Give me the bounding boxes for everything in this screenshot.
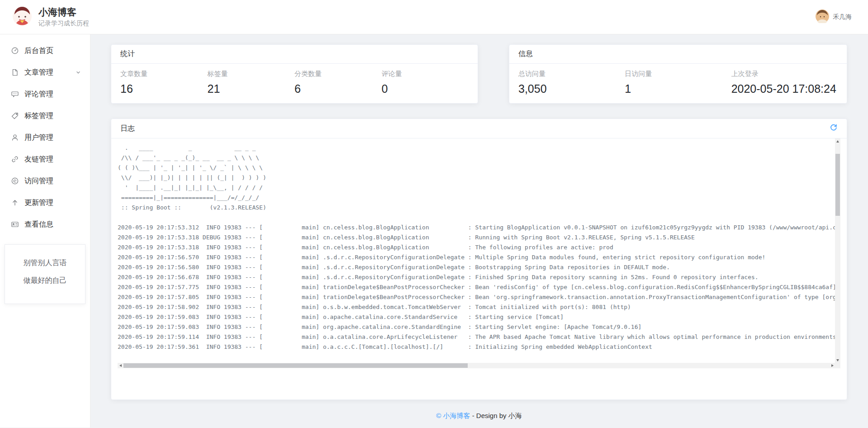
scroll-left-button[interactable] [118, 363, 123, 368]
info-card: 信息 总访问量 3,050 日访问量 1 上次登录 2020-05-20 17:… [509, 44, 847, 104]
stat-label: 总访问量 [518, 70, 625, 78]
vertical-scroll-thumb[interactable] [835, 154, 840, 216]
document-icon [11, 68, 19, 76]
sidebar-item-label: 文章管理 [24, 68, 53, 77]
log-card-header: 日志 [111, 119, 847, 138]
sidebar-item-friend-links[interactable]: 友链管理 [0, 148, 90, 170]
footer-design-text: - Design by 小海 [470, 412, 522, 419]
scrollbar-corner [835, 363, 840, 368]
link-icon [11, 155, 19, 163]
quote-line-1: 别管别人言语 [8, 258, 82, 268]
stat-value: 0 [382, 82, 469, 95]
stat-value: 1 [625, 82, 731, 95]
sidebar-item-tags[interactable]: 标签管理 [0, 105, 90, 127]
refresh-icon [830, 124, 838, 133]
sidebar-item-label: 访问管理 [24, 176, 53, 186]
sidebar-item-label: 查看信息 [24, 220, 53, 229]
sidebar-item-view-info[interactable]: 查看信息 [0, 214, 90, 235]
stat-value: 2020-05-20 17:08:24 [731, 82, 838, 95]
user-avatar [816, 10, 829, 25]
sidebar-item-articles[interactable]: 文章管理 [0, 62, 90, 83]
sidebar-item-visits[interactable]: 访问管理 [0, 170, 90, 192]
log-viewer: . ____ _ __ _ _ /\\ / ___'_ __ _ _(_)_ _… [118, 138, 840, 368]
comment-icon [11, 90, 19, 98]
stat-tags: 标签量 21 [208, 70, 295, 95]
stat-label: 上次登录 [731, 70, 838, 78]
user-icon [11, 133, 19, 142]
arrow-up-icon [11, 199, 19, 207]
site-title: 小海博客 [38, 6, 89, 18]
tag-icon [11, 112, 19, 120]
sidebar-item-updates[interactable]: 更新管理 [0, 192, 90, 214]
sidebar-item-label: 友链管理 [24, 155, 53, 164]
info-daily-visits: 日访问量 1 [625, 70, 731, 95]
log-card: 日志 . ____ _ __ _ _ /\\ / ___'_ __ [111, 119, 847, 400]
spring-boot-banner: . ____ _ __ _ _ /\\ / ___'_ __ _ _(_)_ _… [118, 143, 835, 213]
stat-value: 16 [120, 82, 208, 95]
main-content: 统计 文章数量 16 标签量 21 分类数量 6 [90, 34, 868, 428]
brand[interactable]: 小海博客 记录学习成长历程 [12, 6, 89, 28]
stat-categories: 分类数量 6 [294, 70, 382, 95]
user-name: 禾几海 [833, 13, 852, 21]
sidebar-item-label: 用户管理 [24, 133, 53, 143]
quote-line-2: 做最好的自己 [8, 276, 82, 285]
stat-value: 3,050 [518, 82, 625, 95]
sidebar-item-label: 更新管理 [24, 198, 53, 208]
stat-label: 标签量 [208, 70, 295, 78]
sidebar-item-label: 后台首页 [24, 46, 53, 56]
info-total-visits: 总访问量 3,050 [518, 70, 625, 95]
sidebar-item-comments[interactable]: 评论管理 [0, 83, 90, 105]
sidebar-item-label: 标签管理 [24, 111, 53, 121]
scroll-down-button[interactable] [835, 357, 840, 363]
log-card-title: 日志 [120, 124, 135, 133]
sidebar-item-label: 评论管理 [24, 90, 53, 99]
footer-site-link[interactable]: © 小海博客 [436, 412, 470, 419]
visit-icon [11, 177, 19, 185]
user-menu[interactable]: 禾几海 [816, 10, 852, 25]
scroll-up-button[interactable] [835, 138, 840, 144]
vertical-scrollbar[interactable] [835, 138, 840, 363]
site-logo-icon [12, 6, 32, 28]
stat-label: 分类数量 [294, 70, 382, 78]
dashboard-icon [11, 47, 19, 55]
stats-card-header: 统计 [111, 45, 478, 64]
stat-value: 21 [208, 82, 295, 95]
stat-label: 文章数量 [120, 70, 208, 78]
scroll-right-button[interactable] [830, 363, 835, 368]
log-lines: 2020-05-19 20:17:53.312 INFO 19383 --- [… [118, 223, 835, 352]
stats-card: 统计 文章数量 16 标签量 21 分类数量 6 [111, 44, 478, 104]
stat-articles: 文章数量 16 [120, 70, 208, 95]
sidebar: 后台首页 文章管理 [0, 34, 90, 428]
page-footer: © 小海博客 - Design by 小海 [111, 412, 847, 420]
stat-comments: 评论量 0 [382, 70, 469, 95]
info-last-login: 上次登录 2020-05-20 17:08:24 [731, 70, 838, 95]
sidebar-item-users[interactable]: 用户管理 [0, 127, 90, 148]
info-card-header: 信息 [509, 45, 847, 64]
horizontal-scroll-thumb[interactable] [123, 363, 468, 368]
stats-card-title: 统计 [120, 49, 135, 59]
sidebar-item-dashboard[interactable]: 后台首页 [0, 40, 90, 62]
refresh-button[interactable] [830, 124, 838, 133]
stat-label: 日访问量 [625, 70, 731, 78]
site-subtitle: 记录学习成长历程 [38, 19, 89, 28]
id-card-icon [11, 220, 19, 228]
stat-label: 评论量 [382, 70, 469, 78]
info-card-title: 信息 [518, 49, 533, 59]
stat-value: 6 [294, 82, 382, 95]
horizontal-scrollbar[interactable] [118, 363, 835, 368]
app-header: 小海博客 记录学习成长历程 禾几海 [0, 0, 868, 34]
log-content: . ____ _ __ _ _ /\\ / ___'_ __ _ _(_)_ _… [118, 138, 835, 363]
chevron-down-icon [76, 70, 81, 75]
sidebar-quote: 别管别人言语 做最好的自己 [5, 244, 85, 304]
